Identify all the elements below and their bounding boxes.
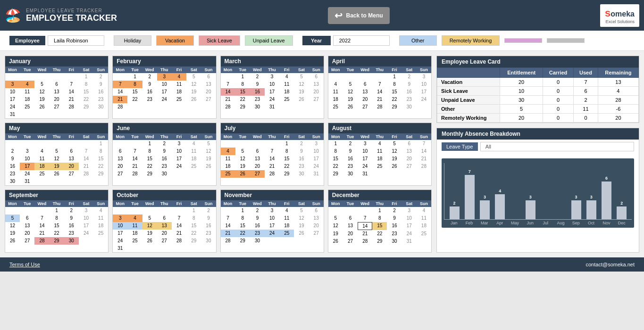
footer: Terms of Use contact@someka.net <box>0 257 644 272</box>
february-header: February <box>113 56 216 66</box>
calendar-march: March Mon Tue Wed Thu Fri Sat Sun 1 2 3 … <box>220 56 324 119</box>
calendar-january: January Mon Tue Wed Thu Fri Sat Sun 1 2 <box>5 56 109 119</box>
back-to-menu-button[interactable]: ↩ Back to Menu <box>328 7 390 24</box>
chart-x-label: Jan <box>446 221 461 225</box>
row-entitlement: 30 <box>500 96 543 105</box>
chart-bar-group: 4 <box>493 167 508 219</box>
chart-x-label: Jun <box>523 221 538 225</box>
leave-type-value[interactable]: All <box>480 142 634 151</box>
march-header: March <box>221 56 324 66</box>
employee-value[interactable]: Laila Robinson <box>48 35 104 46</box>
col-type <box>437 68 500 78</box>
chart-bar-group: 3 <box>569 167 584 219</box>
day-header-fri: Fri <box>64 66 79 73</box>
chart-x-label: Feb <box>461 221 477 225</box>
chart-bar-group <box>553 167 569 219</box>
chart-bar <box>526 200 535 219</box>
table-row: Vacation 20 0 7 13 <box>437 78 639 87</box>
employee-leave-card: Employee Leave Card Entitlement Carried … <box>436 56 639 123</box>
july-grid: Mon Tue Wed Thu Fri Sat Sun 1 2 3 4 5 <box>221 133 324 178</box>
row-carried: 0 <box>543 87 573 96</box>
row-remaining: 28 <box>598 96 638 105</box>
legend-row1: Holiday Vacation Sick Leave Unpaid Leave <box>114 35 293 46</box>
col-used: Used <box>574 68 598 78</box>
legend-remotely: Remotely Working <box>442 35 500 46</box>
row-carried: 0 <box>543 114 573 123</box>
row-type: Remotely Working <box>437 114 500 123</box>
bar-value-label: 4 <box>499 189 501 193</box>
bar-value-label: 3 <box>484 195 486 199</box>
legend-holiday: Holiday <box>114 35 151 46</box>
row-entitlement: 5 <box>500 105 543 114</box>
row-type: Unpaid Leave <box>437 96 500 105</box>
chart-bar-group: 2 <box>447 167 462 219</box>
chart-x-label: Jul <box>538 221 553 225</box>
bar-value-label: 3 <box>575 195 577 199</box>
july-header: July <box>221 123 324 133</box>
calendars-grid: January Mon Tue Wed Thu Fri Sat Sun 1 2 <box>5 56 432 253</box>
may-header: May <box>5 123 108 133</box>
app-subtitle: EMPLOYEE LEAVE TRACKER <box>26 8 117 13</box>
bar-value-label: 2 <box>453 201 456 206</box>
bar-value-label: 2 <box>620 201 623 206</box>
year-control: Year 2022 <box>302 35 390 46</box>
table-row: Remotely Working 20 0 0 20 <box>437 114 639 123</box>
leave-card-title: Employee Leave Card <box>437 56 639 67</box>
chart-bar <box>495 194 505 219</box>
calendar-may: May Mon Tue Wed Thu Fri Sat Sun 1 2 <box>5 123 109 186</box>
chart-bar-group: 3 <box>477 167 493 219</box>
september-grid: Mon Tue Wed Thu Fri Sat Sun 1 2 3 4 5 6 <box>5 200 108 245</box>
row-used: 7 <box>574 78 598 87</box>
day-header-wed: Wed <box>34 66 49 73</box>
employee-label: Employee <box>9 36 45 45</box>
legend-row2: Other Remotely Working <box>399 35 585 46</box>
calendar-february: February Mon Tue Wed Thu Fri Sat Sun 1 2… <box>112 56 216 119</box>
year-value[interactable]: 2022 <box>333 35 390 46</box>
march-grid: Mon Tue Wed Thu Fri Sat Sun 1 2 3 4 5 6 … <box>221 66 324 111</box>
chart-bar <box>571 200 581 219</box>
table-row: Sick Leave 10 0 6 4 <box>437 87 639 96</box>
row-entitlement: 10 <box>500 87 543 96</box>
employee-control: Employee Laila Robinson <box>9 35 104 46</box>
footer-email: contact@someka.net <box>586 262 635 267</box>
row-entitlement: 20 <box>500 114 543 123</box>
back-button-label: Back to Menu <box>346 12 383 19</box>
chart-x-label: Dec <box>614 221 629 225</box>
row-type: Vacation <box>437 78 500 87</box>
day-header-sun: Sun <box>93 66 108 73</box>
january-grid: Mon Tue Wed Thu Fri Sat Sun 1 2 3 4 <box>5 66 108 118</box>
row-remaining: 4 <box>598 87 638 96</box>
day-header-thu: Thu <box>50 66 64 73</box>
beach-icon: 🏖️ <box>5 8 21 23</box>
terms-of-use-link[interactable]: Terms of Use <box>9 262 40 267</box>
calendar-october: October Mon Tue Wed Thu Fri Sat Sun 1 2 <box>112 190 216 253</box>
legend-unpaidleave: Unpaid Leave <box>245 35 293 46</box>
row-remaining: -6 <box>598 105 638 114</box>
chart-bar-group: 3 <box>584 167 599 219</box>
row-remaining: 20 <box>598 114 638 123</box>
bar-value-label: 7 <box>468 169 471 174</box>
legend-other: Other <box>399 35 437 46</box>
monthly-breakdown-card: Monthly Absence Breakdown Leave Type All… <box>436 128 639 253</box>
legend-extra1 <box>504 38 542 43</box>
chart-bar-group: 6 <box>599 167 614 219</box>
chart-x-label: Apr <box>492 221 507 225</box>
calendar-august: August Mon Tue Wed Thu Fri Sat Sun 1 2 3… <box>328 123 432 186</box>
main-content: January Mon Tue Wed Thu Fri Sat Sun 1 2 <box>0 51 644 257</box>
logo-omeka: omeka <box>611 10 635 18</box>
day-header-mon: Mon <box>5 66 20 73</box>
row-type: Other <box>437 105 500 114</box>
chart-bar <box>617 206 627 219</box>
row-carried: 0 <box>543 105 573 114</box>
chart-x-label: Mar <box>477 221 492 225</box>
august-header: August <box>328 123 431 133</box>
chart-bar <box>465 175 475 219</box>
leave-type-row: Leave Type All <box>437 140 639 154</box>
january-header: January <box>5 56 108 66</box>
chart-bar <box>586 200 596 219</box>
row-used: 0 <box>574 114 598 123</box>
row-remaining: 13 <box>598 78 638 87</box>
chart-x-label: Sep <box>569 221 584 225</box>
february-grid: Mon Tue Wed Thu Fri Sat Sun 1 2 3 4 5 6 … <box>113 66 216 111</box>
chart-x-label: Aug <box>553 221 568 225</box>
